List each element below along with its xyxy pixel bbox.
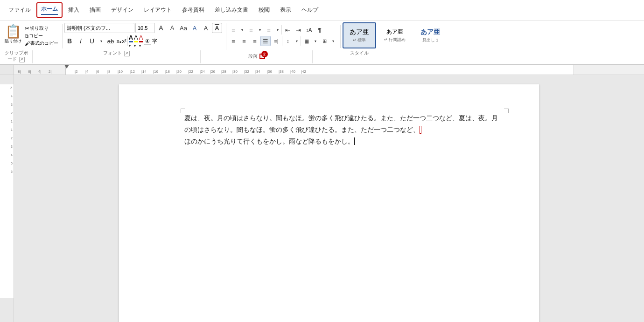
line-spacing-button[interactable]: ↕ [283, 36, 293, 46]
menu-home[interactable]: ホーム [36, 2, 63, 18]
text-line1: 夏は、夜。月の頃はさらなり。闇もなほ。蛍の多く飛び違ひたる。また、ただ一つ二つな… [184, 115, 498, 134]
menu-layout[interactable]: レイアウト [139, 3, 176, 17]
highlight-color-button[interactable]: A ▾ [134, 34, 138, 48]
paste-button[interactable]: 📋 貼り付け [3, 24, 23, 45]
paste-icon: 📋 [5, 25, 21, 38]
paragraph-group: ≡ ▾ ≡ ▾ ≡ ▾ ⇤ ⇥ ↕A ¶ ≡ ≡ ≡ ☰ ≡| ↕ ▾ [228, 25, 341, 48]
menu-review[interactable]: 校閲 [254, 3, 274, 17]
paragraph-expander[interactable]: ↗ 2 [259, 54, 265, 59]
text-line2: ほのかにうち光りて行くもをかし。雨など降るもをかし。 [184, 138, 354, 145]
menu-insert[interactable]: 挿入 [63, 3, 84, 17]
vruler-marks: 5 4 3 2 1 1 2 3 4 5 6 [9, 84, 14, 298]
ribbon: 📋 貼り付け ✂ 切り取り ⧉ コピー 🖌 書式のコピー [0, 21, 644, 65]
style-compact-label: ↵ 行間詰め [384, 37, 406, 43]
text-cursor [354, 137, 355, 145]
menubar: ファイル ホーム 挿入 描画 デザイン レイアウト 参考資料 差し込み文書 校閲… [0, 0, 644, 21]
multilevel-dropdown[interactable]: ▾ [274, 25, 281, 35]
font-grow-button[interactable]: A [156, 23, 166, 33]
cut-label: 切り取り [30, 25, 49, 32]
subscript-button[interactable]: x₂ [117, 38, 121, 44]
main-area: 5 4 3 2 1 1 2 3 4 5 6 夏は、夜。月の頃はさ [0, 75, 644, 322]
font-shrink-button[interactable]: A [167, 23, 177, 33]
vertical-ruler: 5 4 3 2 1 1 2 3 4 5 6 [0, 75, 14, 322]
corner-mark-tl [181, 109, 185, 113]
text-effect-button[interactable]: A [189, 23, 200, 33]
menu-references[interactable]: 参考資料 [177, 3, 209, 17]
font-color-eraser-button[interactable]: A [212, 23, 222, 33]
menu-help[interactable]: ヘルプ [297, 3, 323, 17]
menu-design[interactable]: デザイン [106, 3, 138, 17]
format-paint-icon: 🖌 [25, 41, 30, 46]
decrease-indent-button[interactable]: ⇤ [282, 25, 293, 35]
vruler-top [0, 75, 14, 84]
underline-dropdown[interactable]: ▾ [98, 36, 105, 46]
styles-label-row: スタイル [313, 50, 406, 63]
menu-file[interactable]: ファイル [4, 3, 35, 17]
bullets-dropdown[interactable]: ▾ [239, 25, 245, 35]
shading-button[interactable]: ▦ [301, 36, 312, 46]
cut-icon: ✂ [25, 25, 29, 32]
numbering-dropdown[interactable]: ▾ [257, 25, 263, 35]
text-selection-box [420, 126, 421, 134]
borders-button[interactable]: ⊞ [319, 36, 329, 46]
italic-button[interactable]: I [76, 36, 86, 46]
menu-mailings[interactable]: 差し込み文書 [210, 3, 253, 17]
clipboard-label: クリップボード ↗ [0, 50, 33, 63]
style-standard-text: あア亜 [350, 28, 369, 36]
cut-button[interactable]: ✂ 切り取り [25, 25, 58, 32]
menu-draw[interactable]: 描画 [85, 3, 105, 17]
font-separator [127, 36, 128, 46]
justify-button[interactable]: ☰ [260, 36, 271, 46]
style-heading1-label: 見出し 1 [422, 37, 439, 43]
clear-format-button[interactable]: A [201, 23, 211, 33]
change-case-button[interactable]: Aa [178, 23, 189, 33]
text-paragraph[interactable]: 夏は、夜。月の頃はさらなり。闇もなほ。蛍の多く飛び違ひたる。また、ただ一つ二つな… [184, 112, 502, 148]
increase-indent-button[interactable]: ⇥ [293, 25, 303, 35]
borders-dropdown[interactable]: ▾ [330, 36, 336, 46]
bullets-button[interactable]: ≡ [228, 25, 238, 35]
vruler-bottom [0, 298, 14, 322]
font-size-input[interactable] [135, 23, 155, 33]
copy-icon: ⧉ [25, 33, 28, 39]
para-label-row: 段落 ↗ 2 [201, 50, 313, 63]
font-expander[interactable]: ↗ [124, 51, 130, 56]
ruby-button[interactable]: 字 [152, 38, 157, 45]
bold-button[interactable]: B [64, 36, 75, 46]
clipboard-expander[interactable]: ↗ [19, 57, 25, 62]
font-name-input[interactable] [64, 23, 134, 33]
para-sep2 [282, 36, 282, 46]
numbering-button[interactable]: ≡ [246, 25, 256, 35]
left-indent-marker[interactable] [64, 65, 69, 69]
sort-button[interactable]: ↕A [304, 25, 314, 35]
style-compact[interactable]: あア亜 ↵ 行間詰め [378, 22, 412, 48]
copy-button[interactable]: ⧉ コピー [25, 33, 58, 39]
para-sep1 [281, 25, 282, 34]
line-spacing-dropdown[interactable]: ▾ [294, 36, 300, 46]
enclosed-chars-button[interactable]: ④ [144, 38, 151, 45]
copy-label: コピー [29, 33, 43, 39]
align-center-button[interactable]: ≡ [239, 36, 249, 46]
style-heading1-text: あア亜 [420, 28, 440, 36]
font-group: A A Aa A A A B I U ▾ ab x₂ x² A ▾ [64, 23, 226, 50]
style-heading1[interactable]: あア亜 見出し 1 [413, 22, 447, 48]
style-standard-label: ↵ 標準 [353, 37, 366, 43]
format-paint-button[interactable]: 🖌 書式のコピー [25, 40, 58, 47]
superscript-button[interactable]: x² [122, 38, 126, 44]
font-color-button[interactable]: A ▾ [129, 34, 133, 48]
strikethrough-button[interactable]: ab [105, 36, 116, 46]
style-standard[interactable]: あア亜 ↵ 標準 [343, 22, 376, 48]
underline-button[interactable]: U [87, 36, 97, 46]
text-color-button[interactable]: A ▾ [139, 34, 143, 48]
menu-view[interactable]: 表示 [275, 3, 296, 17]
distributed-button[interactable]: ≡| [271, 36, 281, 46]
align-left-button[interactable]: ≡ [228, 36, 238, 46]
document-content[interactable]: 夏は、夜。月の頃はさらなり。闇もなほ。蛍の多く飛び違ひたる。また、ただ一つ二つな… [184, 112, 502, 148]
clipboard-group: 📋 貼り付け ✂ 切り取り ⧉ コピー 🖌 書式のコピー [3, 24, 63, 48]
multilevel-list-button[interactable]: ≡ [264, 25, 274, 35]
shading-dropdown[interactable]: ▾ [312, 36, 319, 46]
ruler-marks: 8| 6| 4| 2| |2 |4 |6 |8 |10 |12 |14 |16 … [14, 65, 644, 75]
document-page: 夏は、夜。月の頃はさらなり。闇もなほ。蛍の多く飛び違ひたる。また、ただ一つ二つな… [119, 84, 539, 322]
show-marks-button[interactable]: ¶ [315, 25, 325, 35]
align-right-button[interactable]: ≡ [250, 36, 260, 46]
format-paint-label: 書式のコピー [30, 40, 58, 47]
